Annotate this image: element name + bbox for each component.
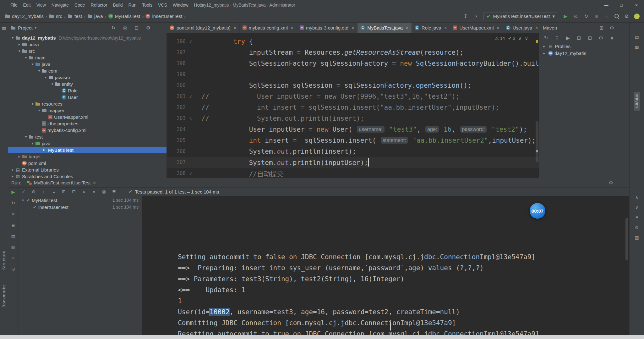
- project-tree-item[interactable]: ▾ java: [8, 140, 166, 147]
- run-button[interactable]: ▶: [562, 14, 569, 19]
- pin-icon[interactable]: ⊙: [11, 266, 15, 273]
- code-line[interactable]: 205 int insert = sqlSession.insert( stat…: [167, 135, 539, 146]
- run-settings-icon[interactable]: ⚙: [608, 180, 614, 186]
- project-tree-item[interactable]: ▸ target: [8, 153, 166, 160]
- close-button[interactable]: ✕: [629, 0, 644, 10]
- menu-item[interactable]: Refactor: [88, 3, 110, 8]
- download-sources-icon[interactable]: ↧: [554, 35, 560, 41]
- profiler-button[interactable]: ⊙: [573, 14, 579, 19]
- editor-tab[interactable]: Role.java ✕: [412, 23, 450, 33]
- previous-test-icon[interactable]: ∧: [79, 189, 89, 194]
- code-line[interactable]: 203 ∧ // System.out.println(insert);: [167, 113, 539, 124]
- editor-tab[interactable]: UserMapper.xml ✕: [450, 23, 503, 33]
- expand-all-icon[interactable]: ⊞: [59, 189, 69, 194]
- project-tree-item[interactable]: ▸ .idea: [8, 41, 166, 48]
- suites-icon[interactable]: ≡: [49, 189, 59, 194]
- tab-close-icon[interactable]: ✕: [351, 26, 354, 30]
- code-line[interactable]: 208 ∨ //自动提交: [167, 168, 539, 178]
- menu-item[interactable]: View: [34, 3, 49, 8]
- history-icon[interactable]: ≣: [109, 189, 119, 194]
- bookmarks-tool-button[interactable]: Bookmarks: [2, 284, 6, 308]
- sort-icon[interactable]: ↕: [39, 189, 49, 194]
- tree-chevron-icon[interactable]: ▾: [43, 75, 48, 79]
- reimport-icon[interactable]: ↻: [543, 35, 549, 41]
- menu-item[interactable]: File: [8, 3, 20, 8]
- menu-item[interactable]: Tools: [139, 3, 155, 8]
- tree-chevron-icon[interactable]: ▾: [36, 108, 42, 112]
- project-tree-item[interactable]: pom.xml: [8, 160, 166, 167]
- editor-tab[interactable]: pom.xml (day12_mybatis) ✕: [167, 23, 240, 33]
- hide-run-icon[interactable]: ─: [619, 180, 625, 186]
- expand-all-icon[interactable]: ⊞: [576, 35, 582, 41]
- code-line[interactable]: 197 inputStream = Resources.getResourceA…: [167, 47, 539, 58]
- project-panel-icon[interactable]: ▦: [2, 25, 6, 30]
- test-tree-item[interactable]: ✔ insertUserTest 1 sec 104 ms: [19, 204, 142, 211]
- editor-tab[interactable]: mybatis-config.xml ✕: [240, 23, 297, 33]
- test-tree[interactable]: ▾ ✔ MyBatisTest 1 sec 104 ms ✔ insertUse…: [19, 196, 142, 335]
- tree-chevron-icon[interactable]: ▾: [10, 36, 15, 40]
- avatar[interactable]: [634, 14, 640, 19]
- tab-close-icon[interactable]: ✕: [497, 26, 500, 30]
- tab-close-icon[interactable]: ✕: [535, 26, 538, 30]
- tree-chevron-icon[interactable]: ▸: [17, 42, 22, 46]
- breadcrumb-item[interactable]: insertUserTest: [145, 14, 182, 19]
- notifications-icon[interactable]: ▤: [635, 35, 639, 40]
- project-tree-item[interactable]: ▸ External Libraries: [8, 167, 166, 173]
- code-line[interactable]: 196 ∨ try {: [167, 36, 539, 47]
- scroll-down-icon[interactable]: ∨: [635, 205, 638, 210]
- project-tree-item[interactable]: mybatis-config.xml: [8, 127, 166, 134]
- locate-file-icon[interactable]: ◎: [122, 25, 128, 31]
- tree-chevron-icon[interactable]: ▸: [10, 168, 15, 172]
- show-passed-icon[interactable]: ✓: [19, 189, 29, 194]
- project-tree-item[interactable]: ▸ Scratches and Consoles: [8, 173, 166, 178]
- project-tree-item[interactable]: User: [8, 94, 166, 101]
- run-configuration-select[interactable]: ✔ MyBatisTest.insertUserTest ▾: [483, 13, 558, 20]
- maven-tree-item[interactable]: ▸ Profiles: [539, 43, 629, 50]
- tab-close-icon[interactable]: ✕: [406, 26, 409, 30]
- rerun-test-icon[interactable]: ▶: [12, 189, 15, 196]
- tab-close-icon[interactable]: ✕: [93, 181, 96, 185]
- rerun-failed-icon[interactable]: ↻: [11, 200, 15, 207]
- tree-chevron-icon[interactable]: ▾: [23, 135, 29, 139]
- settings-icon[interactable]: ⚙: [609, 25, 615, 31]
- next-problem-icon[interactable]: ∨: [525, 36, 528, 41]
- minimize-button[interactable]: —: [599, 0, 614, 10]
- collapse-all-icon[interactable]: ⊟: [69, 189, 79, 194]
- project-tree-item[interactable]: jdbc.properties: [8, 120, 166, 127]
- code-line[interactable]: 200 SqlSession sqlSession = sqlSessionFa…: [167, 80, 539, 91]
- next-test-icon[interactable]: ∨: [89, 189, 99, 194]
- code-line[interactable]: 201 ∨ // User inputUser = new User(9996,…: [167, 91, 539, 102]
- options-icon[interactable]: ≡: [12, 255, 14, 262]
- run-tab[interactable]: MyBatisTest.insertUserTest ✕: [25, 178, 99, 187]
- breadcrumb-item[interactable]: day12_mybatis: [5, 14, 44, 19]
- editor-tab[interactable]: MyBatisTest.java ✕: [357, 23, 412, 33]
- tree-chevron-icon[interactable]: ▸: [17, 155, 22, 159]
- maven-panel-header[interactable]: Maven ⊞⚙─: [539, 23, 629, 33]
- panel-settings-icon[interactable]: ⚙: [145, 25, 151, 31]
- console-settings-icon[interactable]: ▥: [635, 235, 639, 240]
- hide-icon[interactable]: ─: [619, 25, 625, 31]
- test-history-icon[interactable]: ≣: [11, 222, 15, 229]
- breadcrumb-item[interactable]: src: [49, 14, 62, 19]
- code-line[interactable]: 207 System.out.println(inputUser);: [167, 157, 539, 168]
- project-tree-item[interactable]: ▾ src: [8, 48, 166, 54]
- menu-item[interactable]: Run: [126, 3, 139, 8]
- hide-panel-icon[interactable]: ─: [157, 25, 163, 31]
- coverage-icon[interactable]: ▥: [11, 244, 15, 251]
- more-actions-icon[interactable]: ⋮: [604, 14, 610, 19]
- fold-marker-icon[interactable]: ∨: [187, 94, 194, 99]
- collapse-all-icon[interactable]: ⊟: [134, 25, 140, 31]
- project-tree-item[interactable]: Role: [8, 87, 166, 94]
- prev-problem-icon[interactable]: ∧: [519, 36, 522, 41]
- tree-chevron-icon[interactable]: ▾: [30, 141, 35, 145]
- tree-chevron-icon[interactable]: ▾: [36, 69, 42, 73]
- rerun-icon[interactable]: ↻: [583, 14, 589, 19]
- project-tree-item[interactable]: ▾ main: [8, 54, 166, 61]
- tab-close-icon[interactable]: ✕: [233, 26, 237, 30]
- navigate-icon[interactable]: ◎: [99, 189, 109, 194]
- code-editor[interactable]: 196 ∨ try { 197 inputStream = Resources.…: [167, 33, 539, 178]
- tree-chevron-icon[interactable]: ▾: [17, 49, 22, 53]
- screen-recorder-timer[interactable]: 00:07: [530, 203, 545, 219]
- project-tree-item[interactable]: UserMapper.xml: [8, 114, 166, 120]
- tab-close-icon[interactable]: ✕: [291, 26, 294, 30]
